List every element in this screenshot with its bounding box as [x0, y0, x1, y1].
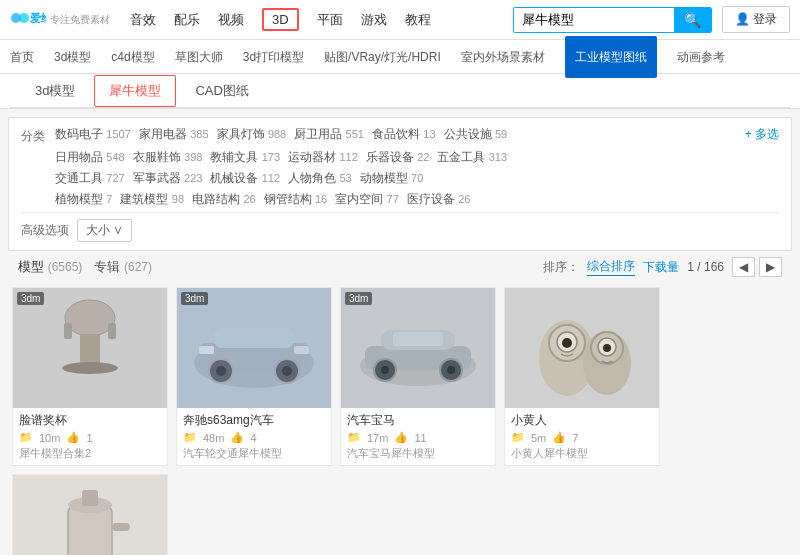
search-button[interactable]: 🔍	[674, 8, 711, 32]
filter-tag[interactable]: 数码电子 1507	[55, 126, 131, 143]
item-thumbnail	[505, 288, 659, 408]
svg-rect-10	[214, 328, 294, 348]
item-info: 小黄人 📁 5m 👍 7 小黄人犀牛模型	[505, 408, 659, 465]
filter-tag[interactable]: 日用物品 548	[55, 149, 125, 166]
prev-page-button[interactable]: ◀	[732, 257, 755, 277]
more-button[interactable]: + 多选	[745, 126, 779, 143]
filter-tag[interactable]: 食品饮料 13	[372, 126, 436, 143]
subnav-3dmodel[interactable]: 3d模型	[54, 40, 91, 74]
filter-tag[interactable]: 机械设备 112	[210, 170, 280, 187]
filter-tag[interactable]: 衣服鞋饰 398	[133, 149, 203, 166]
tab-rhino[interactable]: 犀牛模型	[94, 75, 176, 107]
filter-tag[interactable]: 教辅文具 173	[210, 149, 280, 166]
nav-video[interactable]: 视频	[218, 11, 244, 29]
filter-tag[interactable]: 运动器材 112	[288, 149, 358, 166]
subnav-industrial[interactable]: 工业模型图纸	[565, 36, 657, 78]
nav-game[interactable]: 游戏	[361, 11, 387, 29]
advanced-row: 高级选项 大小 ∨	[21, 212, 779, 242]
svg-text:爱给: 爱给	[30, 12, 46, 24]
filter-tag[interactable]: 钢管结构 16	[264, 191, 328, 208]
subnav-animation[interactable]: 动画参考	[677, 40, 725, 74]
format-badge: 3dm	[17, 292, 44, 305]
svg-rect-36	[112, 523, 130, 531]
filter-tag[interactable]: 公共设施 59	[444, 126, 508, 143]
subnav-sketch[interactable]: 草图大师	[175, 40, 223, 74]
item-title: 奔驰s63amg汽车	[183, 412, 325, 429]
item-thumbnail: 3dm	[341, 288, 495, 408]
svg-rect-24	[393, 332, 443, 346]
list-item[interactable]: 3dm 奔驰s63amg汽车 📁 48m 👍 4 汽车轮交通犀牛模型	[176, 287, 332, 466]
filter-tag[interactable]: 乐器设备 22	[366, 149, 430, 166]
svg-point-14	[282, 366, 292, 376]
filter-row-3: 交通工具 727 军事武器 223 机械设备 112 人物角色 53 动物模型 …	[21, 170, 779, 187]
main-nav: 音效 配乐 视频 3D 平面 游戏 教程	[130, 8, 513, 31]
size-filter-button[interactable]: 大小 ∨	[77, 219, 132, 242]
login-label: 登录	[753, 12, 777, 26]
filter-tags-3: 交通工具 727 军事武器 223 机械设备 112 人物角色 53 动物模型 …	[55, 170, 779, 187]
nav-3d[interactable]: 3D	[262, 8, 299, 31]
filter-tag[interactable]: 交通工具 727	[55, 170, 125, 187]
meta-likes: 4	[250, 432, 256, 444]
logo: 爱给 专注免费素材	[10, 7, 110, 33]
filter-tag[interactable]: 建筑模型 98	[120, 191, 184, 208]
filter-row-2: 日用物品 548 衣服鞋饰 398 教辅文具 173 运动器材 112 乐器设备…	[21, 149, 779, 166]
tab-cad[interactable]: CAD图纸	[180, 75, 263, 107]
page-nav: ◀ ▶	[732, 257, 782, 277]
item-tags: 汽车宝马犀牛模型	[347, 446, 489, 461]
sort-comprehensive[interactable]: 综合排序	[587, 258, 635, 276]
filter-tag[interactable]: 室内空间 77	[335, 191, 399, 208]
login-button[interactable]: 👤 登录	[722, 6, 790, 33]
item-thumbnail: 3dm	[177, 288, 331, 408]
item-title: 小黄人	[511, 412, 653, 429]
svg-point-22	[381, 366, 389, 374]
item-tags: 汽车轮交通犀牛模型	[183, 446, 325, 461]
subnav-3dprint[interactable]: 3d打印模型	[243, 40, 304, 74]
svg-point-23	[447, 366, 455, 374]
list-item[interactable]: 热水壶1 📁 4m 热水壶犀牛模型	[12, 474, 168, 555]
meta-time: 5m	[531, 432, 546, 444]
filter-tag[interactable]: 家用电器 385	[139, 126, 209, 143]
results-tab-model[interactable]: 模型 (6565)	[18, 258, 82, 276]
login-icon: 👤	[735, 12, 750, 26]
subnav-texture[interactable]: 贴图/VRay/灯光/HDRI	[324, 40, 441, 74]
filter-tag[interactable]: 五金工具 313	[437, 149, 507, 166]
filter-tag[interactable]: 动物模型 70	[360, 170, 424, 187]
nav-audio[interactable]: 音效	[130, 11, 156, 29]
list-item[interactable]: 3dm 汽车宝马 📁 17m 👍 11 汽车宝马犀牛模型	[340, 287, 496, 466]
items-grid: 3dm 脸谱奖杯 📁 10m 👍 1 犀牛模型合集2 3dm	[8, 283, 792, 555]
filter-label: 分类	[21, 126, 51, 145]
subnav-scene[interactable]: 室内外场景素材	[461, 40, 545, 74]
filter-tag[interactable]: 人物角色 53	[288, 170, 352, 187]
results-tab-special[interactable]: 专辑 (627)	[94, 258, 152, 276]
filter-tag[interactable]: 电路结构 26	[192, 191, 256, 208]
filter-tag[interactable]: 厨卫用品 551	[294, 126, 364, 143]
item-meta: 📁 5m 👍 7	[511, 431, 653, 444]
nav-music[interactable]: 配乐	[174, 11, 200, 29]
search-area: 犀牛模型 🔍 👤 登录	[513, 6, 790, 33]
item-info: 汽车宝马 📁 17m 👍 11 汽车宝马犀牛模型	[341, 408, 495, 465]
svg-rect-6	[64, 323, 72, 339]
filter-tag[interactable]: 植物模型 7	[55, 191, 112, 208]
sort-downloads[interactable]: 下载量	[643, 259, 679, 276]
item-tags: 犀牛模型合集2	[19, 446, 161, 461]
next-page-button[interactable]: ▶	[759, 257, 782, 277]
filter-tags-4: 植物模型 7 建筑模型 98 电路结构 26 钢管结构 16 室内空间 77 医…	[55, 191, 779, 208]
tab-3dmodel[interactable]: 3d模型	[20, 75, 90, 107]
nav-tutorial[interactable]: 教程	[405, 11, 431, 29]
item-info: 奔驰s63amg汽车 📁 48m 👍 4 汽车轮交通犀牛模型	[177, 408, 331, 465]
logo-icon: 爱给	[10, 7, 46, 33]
meta-time: 48m	[203, 432, 224, 444]
filter-tag[interactable]: 医疗设备 26	[407, 191, 471, 208]
meta-icon-file: 📁	[347, 431, 361, 444]
list-item[interactable]: 小黄人 📁 5m 👍 7 小黄人犀牛模型	[504, 287, 660, 466]
svg-point-31	[562, 338, 572, 348]
nav-design[interactable]: 平面	[317, 11, 343, 29]
filter-tag[interactable]: 军事武器 223	[133, 170, 203, 187]
subnav-home[interactable]: 首页	[10, 40, 34, 74]
subnav-c4d[interactable]: c4d模型	[111, 40, 154, 74]
filter-tag[interactable]: 家具灯饰 988	[217, 126, 287, 143]
search-input[interactable]: 犀牛模型	[514, 8, 674, 32]
header: 爱给 专注免费素材 音效 配乐 视频 3D 平面 游戏 教程 犀牛模型 🔍 👤 …	[0, 0, 800, 40]
list-item[interactable]: 3dm 脸谱奖杯 📁 10m 👍 1 犀牛模型合集2	[12, 287, 168, 466]
meta-icon-file: 📁	[183, 431, 197, 444]
